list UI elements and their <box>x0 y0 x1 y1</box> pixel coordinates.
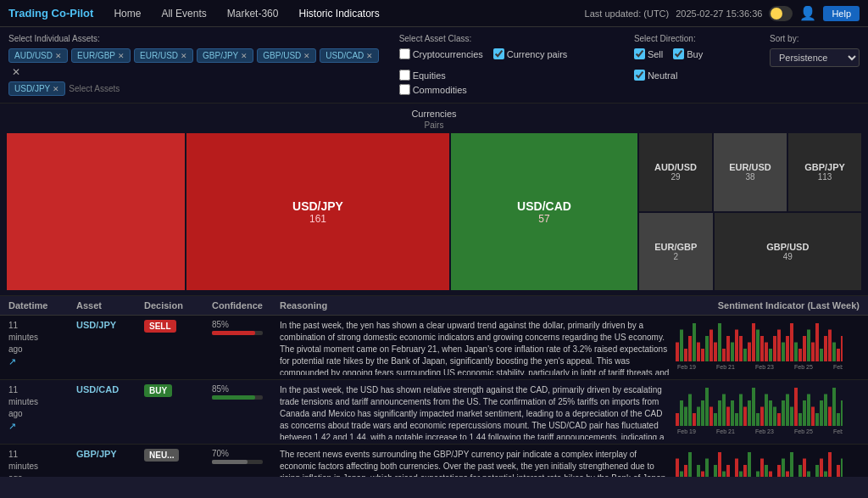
sell-checkbox[interactable]: Sell <box>634 48 663 59</box>
svg-rect-121 <box>786 472 789 478</box>
neutral-checkbox[interactable]: Neutral <box>634 70 677 81</box>
treemap-cell-usdjpy[interactable]: USD/JPY 161 <box>186 133 449 290</box>
svg-rect-24 <box>756 330 760 362</box>
svg-rect-87 <box>832 388 836 426</box>
svg-rect-102 <box>705 459 709 478</box>
clear-assets-button[interactable]: ✕ <box>12 66 20 78</box>
treemap-right-top: AUD/USD 29 EUR/USD 38 GBP/JPY 113 <box>639 133 861 211</box>
asset-tag-gbpjpy[interactable]: GBP/JPY ✕ <box>197 48 253 63</box>
remove-audusd[interactable]: ✕ <box>55 52 62 60</box>
svg-rect-73 <box>773 407 776 427</box>
cell-asset-1: USD/CAD <box>76 384 144 394</box>
conf-bar-fill-2 <box>212 460 248 464</box>
user-icon[interactable]: 👤 <box>799 5 816 21</box>
svg-rect-116 <box>765 465 768 477</box>
svg-rect-59 <box>714 413 717 426</box>
treemap-cell-audusd[interactable]: AUD/USD 29 <box>639 133 712 211</box>
asset-tag-eurgbp[interactable]: EUR/GBP ✕ <box>71 48 131 63</box>
svg-rect-115 <box>760 459 764 478</box>
svg-rect-10 <box>697 343 700 362</box>
nav-bar: Trading Co-Pilot Home All Events Market-… <box>0 0 868 27</box>
svg-rect-96 <box>680 472 683 478</box>
svg-rect-126 <box>807 472 810 478</box>
svg-rect-75 <box>782 400 785 426</box>
asset-tag-usdjpy[interactable]: USD/JPY ✕ <box>8 81 65 96</box>
svg-rect-63 <box>731 400 734 426</box>
conf-bar-bg-1 <box>212 395 263 400</box>
currency-pairs-checkbox[interactable]: Currency pairs <box>493 48 568 59</box>
asset-name-1[interactable]: USD/CAD <box>76 384 144 394</box>
remove-usdcad[interactable]: ✕ <box>366 52 373 60</box>
buy-checkbox[interactable]: Buy <box>673 48 703 59</box>
sentiment-svg-2: Feb 19Feb 21Feb 23Feb 25Feb 27 <box>673 449 843 477</box>
svg-rect-6 <box>680 330 683 362</box>
asset-filter-section: Select Individual Assets: AUD/USD ✕ EUR/… <box>8 34 382 96</box>
theme-toggle[interactable] <box>769 6 793 21</box>
treemap-cell-usdcad[interactable]: USD/CAD 57 <box>451 133 637 290</box>
nav-all-events[interactable]: All Events <box>158 6 209 21</box>
crypto-checkbox[interactable]: Cryptocurrencies <box>399 48 483 59</box>
sort-section: Sort by: Persistence Confidence Datetime <box>770 34 860 67</box>
svg-rect-41 <box>828 330 832 362</box>
header-reasoning: Reasoning <box>280 300 673 311</box>
nav-market-360[interactable]: Market-360 <box>224 6 282 21</box>
nav-home[interactable]: Home <box>110 6 144 21</box>
filter-bar: Select Individual Assets: AUD/USD ✕ EUR/… <box>0 27 868 104</box>
asset-name-2[interactable]: GBP/JPY <box>76 449 144 459</box>
cell-datetime-1: 11minutesago↗ <box>8 384 76 433</box>
remove-gbpjpy[interactable]: ✕ <box>241 52 248 60</box>
table-row: 11minutesago↗USD/JPYSELL85%In the past w… <box>0 316 868 380</box>
svg-rect-20 <box>739 336 743 361</box>
treemap-cell-gbpjpy-sm[interactable]: GBP/JPY 113 <box>788 133 861 211</box>
remove-usdjpy[interactable]: ✕ <box>53 85 59 93</box>
asset-tag-audusd[interactable]: AUD/USD ✕ <box>8 48 68 63</box>
asset-name-0[interactable]: USD/JPY <box>76 320 144 330</box>
treemap-title: Currencies <box>7 109 861 119</box>
asset-tag-usdcad[interactable]: USD/CAD ✕ <box>320 48 379 63</box>
sentiment-svg-1: Feb 19Feb 21Feb 23Feb 25Feb 27 <box>673 384 843 435</box>
gbpjpy-sm-value: 113 <box>818 172 832 182</box>
treemap-cell-eurusd-sm[interactable]: EUR/USD 38 <box>714 133 787 211</box>
svg-rect-58 <box>709 407 713 427</box>
commodities-checkbox[interactable]: Commodities <box>399 84 467 95</box>
header-decision: Decision <box>144 300 212 311</box>
asset-search-input[interactable] <box>69 84 128 93</box>
svg-rect-39 <box>820 349 823 361</box>
direction-section: Select Direction: Sell Buy Neutral <box>634 34 753 81</box>
svg-rect-40 <box>824 336 827 361</box>
svg-rect-53 <box>688 394 692 427</box>
treemap-cell-eurgbp-sm[interactable]: EUR/GBP 2 <box>639 213 713 291</box>
asset-tag-gbpusd[interactable]: GBP/USD ✕ <box>257 48 316 63</box>
svg-rect-22 <box>748 343 751 362</box>
eurusd-sm-label: EUR/USD <box>729 162 771 172</box>
remove-eurusd[interactable]: ✕ <box>181 52 187 60</box>
sort-select[interactable]: Persistence Confidence Datetime <box>770 48 860 67</box>
svg-rect-52 <box>684 407 687 427</box>
remove-eurgbp[interactable]: ✕ <box>118 52 125 60</box>
svg-rect-110 <box>739 472 743 478</box>
remove-gbpusd[interactable]: ✕ <box>303 52 310 60</box>
audusd-label: AUD/USD <box>654 162 697 172</box>
nav-historic-indicators[interactable]: Historic Indicators <box>295 6 382 21</box>
svg-rect-97 <box>684 465 687 477</box>
treemap-cell-gbpusd[interactable]: GBP/USD 49 <box>715 213 861 291</box>
treemap-usdcad-label: USD/CAD <box>517 199 571 213</box>
svg-rect-67 <box>748 400 751 426</box>
cell-reasoning-2: The recent news events surrounding the G… <box>280 449 673 477</box>
last-updated-label: Last updated: (UTC) <box>585 8 670 19</box>
svg-rect-51 <box>680 400 683 426</box>
sentiment-svg-0: Feb 19Feb 21Feb 23Feb 25Feb 27 <box>673 320 843 371</box>
cell-decision-2: NEU... <box>144 449 212 462</box>
svg-rect-80 <box>803 400 806 426</box>
svg-rect-54 <box>693 413 696 426</box>
treemap-cell-eurusd-big[interactable] <box>7 133 185 290</box>
svg-text:Feb 25: Feb 25 <box>794 364 813 370</box>
svg-rect-79 <box>798 413 802 426</box>
help-button[interactable]: Help <box>823 6 860 21</box>
svg-text:Feb 19: Feb 19 <box>677 428 696 434</box>
equities-checkbox[interactable]: Equities <box>399 70 446 81</box>
svg-rect-34 <box>798 349 802 361</box>
table-row: 11minutesago↗GBP/JPYNEU...70%The recent … <box>0 445 868 477</box>
asset-tag-eurusd[interactable]: EUR/USD ✕ <box>134 48 193 63</box>
svg-rect-27 <box>769 349 772 361</box>
